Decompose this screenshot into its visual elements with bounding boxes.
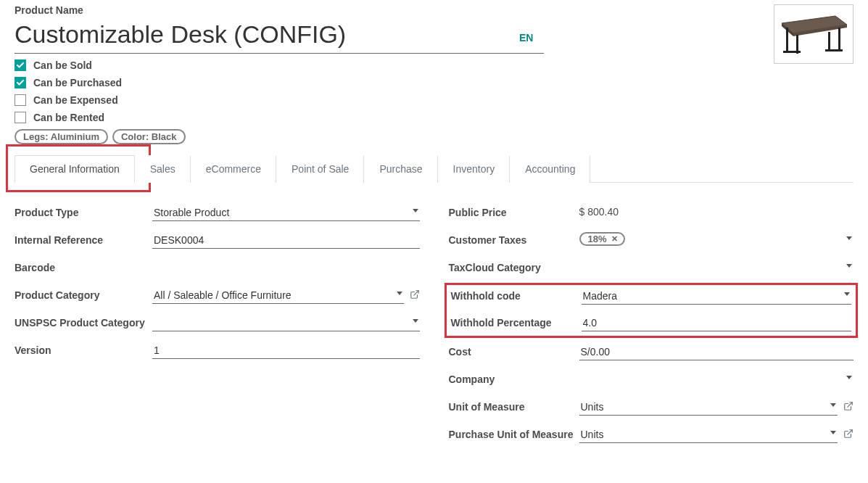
svg-line-10 bbox=[848, 402, 852, 407]
taxcloud-category-label: TaxCloud Category bbox=[449, 260, 579, 274]
product-name-input[interactable] bbox=[15, 19, 544, 54]
version-input[interactable] bbox=[152, 342, 420, 359]
product-category-label: Product Category bbox=[15, 287, 152, 302]
caret-down-icon bbox=[397, 292, 402, 295]
tab-inventory[interactable]: Inventory bbox=[438, 155, 511, 183]
can-be-expensed-checkbox[interactable] bbox=[15, 94, 26, 106]
unspsc-select[interactable] bbox=[152, 315, 420, 331]
caret-down-icon bbox=[846, 376, 852, 379]
product-image[interactable] bbox=[774, 4, 853, 64]
caret-down-icon bbox=[844, 292, 850, 296]
customer-taxes-select[interactable]: 18% ✕ bbox=[579, 232, 854, 247]
svg-rect-3 bbox=[786, 28, 788, 52]
barcode-input[interactable] bbox=[152, 260, 420, 276]
tabs-bar: General Information Sales eCommerce Poin… bbox=[15, 154, 853, 183]
can-be-purchased-checkbox[interactable] bbox=[15, 77, 26, 88]
public-price-value: $ 800.40 bbox=[579, 205, 619, 218]
tab-ecommerce[interactable]: eCommerce bbox=[191, 155, 276, 183]
unit-of-measure-select[interactable] bbox=[579, 399, 838, 416]
product-category-input[interactable] bbox=[152, 287, 404, 304]
highlight-withhold-box: Withhold code Withhold Percentage bbox=[445, 283, 859, 338]
withhold-code-input[interactable] bbox=[582, 288, 852, 305]
can-be-expensed-label: Can be Expensed bbox=[33, 94, 118, 106]
external-link-icon[interactable] bbox=[843, 429, 853, 441]
desk-illustration bbox=[777, 9, 850, 59]
unit-of-measure-input[interactable] bbox=[579, 399, 838, 416]
barcode-label: Barcode bbox=[15, 260, 152, 274]
product-type-input[interactable] bbox=[152, 205, 420, 221]
svg-rect-8 bbox=[825, 49, 843, 51]
svg-rect-6 bbox=[828, 32, 830, 51]
tax-chip-label: 18% bbox=[588, 234, 607, 244]
company-select[interactable] bbox=[579, 371, 854, 387]
withhold-code-label: Withhold code bbox=[451, 288, 582, 302]
unit-of-measure-label: Unit of Measure bbox=[449, 399, 579, 413]
tab-general-information[interactable]: General Information bbox=[15, 155, 135, 183]
can-be-purchased-label: Can be Purchased bbox=[33, 77, 122, 88]
product-name-label: Product Name bbox=[15, 4, 774, 16]
tab-purchase[interactable]: Purchase bbox=[364, 155, 437, 183]
public-price-label: Public Price bbox=[449, 205, 579, 219]
can-be-sold-label: Can be Sold bbox=[33, 59, 92, 71]
tax-chip[interactable]: 18% ✕ bbox=[579, 232, 625, 246]
unspsc-input[interactable] bbox=[152, 315, 420, 331]
purchase-uom-label: Purchase Unit of Measure bbox=[449, 426, 579, 441]
withhold-code-select[interactable] bbox=[582, 288, 852, 305]
caret-down-icon bbox=[830, 431, 836, 434]
svg-rect-5 bbox=[838, 28, 840, 49]
taxcloud-category-select[interactable] bbox=[579, 260, 854, 276]
can-be-rented-label: Can be Rented bbox=[33, 112, 104, 123]
withhold-percentage-label: Withhold Percentage bbox=[451, 315, 582, 329]
external-link-icon[interactable] bbox=[843, 401, 853, 413]
svg-rect-7 bbox=[783, 51, 801, 53]
caret-down-icon bbox=[846, 264, 852, 268]
withhold-percentage-input[interactable] bbox=[582, 315, 852, 331]
external-link-icon[interactable] bbox=[410, 289, 420, 302]
purchase-uom-input[interactable] bbox=[579, 426, 838, 443]
internal-reference-label: Internal Reference bbox=[15, 232, 152, 247]
caret-down-icon bbox=[846, 236, 852, 240]
company-input[interactable] bbox=[579, 371, 854, 387]
taxcloud-category-input[interactable] bbox=[579, 260, 854, 276]
tab-accounting[interactable]: Accounting bbox=[510, 155, 590, 183]
tag-legs[interactable]: Legs: Aluminium bbox=[15, 129, 108, 144]
customer-taxes-label: Customer Taxes bbox=[449, 232, 579, 247]
caret-down-icon bbox=[830, 403, 836, 407]
svg-line-9 bbox=[413, 291, 418, 295]
remove-tax-icon[interactable]: ✕ bbox=[611, 234, 618, 244]
tag-color[interactable]: Color: Black bbox=[112, 129, 186, 144]
can-be-sold-checkbox[interactable] bbox=[15, 59, 26, 71]
language-badge[interactable]: EN bbox=[519, 32, 533, 44]
purchase-uom-select[interactable] bbox=[579, 426, 838, 443]
cost-input[interactable] bbox=[579, 344, 854, 360]
caret-down-icon bbox=[413, 209, 418, 212]
unspsc-label: UNSPSC Product Category bbox=[15, 315, 152, 329]
internal-reference-input[interactable] bbox=[152, 232, 420, 249]
cost-label: Cost bbox=[449, 344, 579, 358]
tab-point-of-sale[interactable]: Point of Sale bbox=[276, 155, 364, 183]
tab-sales[interactable]: Sales bbox=[135, 155, 191, 183]
version-label: Version bbox=[15, 342, 152, 357]
product-type-label: Product Type bbox=[15, 205, 152, 219]
caret-down-icon bbox=[413, 319, 418, 323]
product-type-select[interactable] bbox=[152, 205, 420, 221]
can-be-rented-checkbox[interactable] bbox=[15, 112, 26, 123]
product-category-select[interactable] bbox=[152, 287, 404, 304]
company-label: Company bbox=[449, 371, 579, 386]
svg-line-11 bbox=[848, 430, 852, 434]
